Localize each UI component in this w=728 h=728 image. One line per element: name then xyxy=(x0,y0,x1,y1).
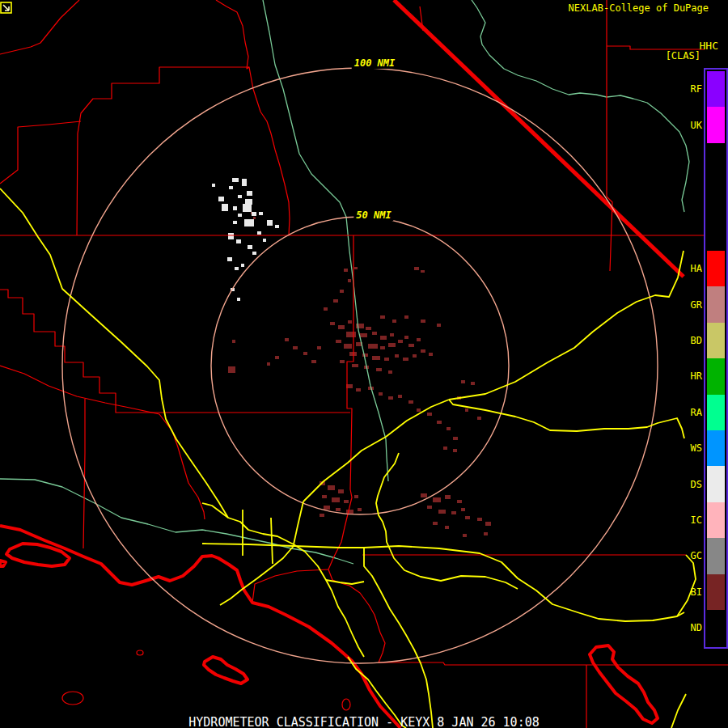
radar-echo-bi xyxy=(324,307,328,311)
colorbar-label-HA: HA xyxy=(691,263,702,274)
radar-echo-ds xyxy=(238,195,242,198)
radar-echo-bi xyxy=(447,427,451,430)
radar-echo-bi xyxy=(445,526,449,529)
radar-echo-ds xyxy=(227,257,232,261)
radar-echo-bi xyxy=(465,408,468,412)
map-line xyxy=(379,662,728,665)
radar-echo-bi xyxy=(330,322,335,325)
county-lines xyxy=(0,0,728,728)
ring-label-50nmi: 50 NMI xyxy=(353,210,393,221)
radar-echo-bi xyxy=(356,324,364,328)
radar-echo-bi xyxy=(338,489,344,493)
radar-echo-ds xyxy=(236,239,241,243)
colorbar-segment-HA xyxy=(707,251,725,287)
radar-echo-bi xyxy=(317,346,321,349)
radar-echo-bi xyxy=(443,447,447,450)
radar-echo-bi xyxy=(348,279,351,282)
radar-echo-bi xyxy=(358,508,362,511)
legend-title: HHC xyxy=(700,40,718,52)
radar-echo-bi xyxy=(356,388,361,392)
radar-echo-bi xyxy=(390,333,394,336)
page-title: NEXLAB-College of DuPage xyxy=(569,2,709,14)
radar-echo-bi xyxy=(376,368,382,371)
radar-screen: NEXLAB-College of DuPage HHC [CLAS] RFUK… xyxy=(0,0,728,728)
colorbar-label-BD: BD xyxy=(691,335,702,346)
map-line xyxy=(0,188,228,518)
radar-echo-bi xyxy=(477,518,482,521)
radar-echo-bi xyxy=(328,485,335,490)
echo-layer-dry-snow xyxy=(212,178,279,301)
radar-echo-bi xyxy=(379,392,383,396)
radar-echo-bi xyxy=(453,437,458,440)
radar-echo-ds xyxy=(248,245,252,249)
radar-echo-ds xyxy=(235,267,239,270)
radar-echo-bi xyxy=(336,340,341,343)
radar-echo-bi xyxy=(380,336,387,340)
radar-echo-bi xyxy=(293,346,298,349)
map-line xyxy=(0,479,353,564)
colorbar-label-BI: BI xyxy=(691,586,702,598)
radar-echo-bi xyxy=(413,354,417,358)
colorbar-segment-RF xyxy=(707,71,725,108)
colorbar-segment-blank xyxy=(707,143,725,180)
radar-echo-bi xyxy=(344,344,352,349)
colorbar-segment-UK xyxy=(707,107,725,143)
radar-echo-bi xyxy=(392,320,396,323)
radar-echo-bi xyxy=(438,510,446,514)
colorbar-segment-RA xyxy=(707,395,725,431)
radar-echo-bi xyxy=(408,344,414,347)
radar-echo-bi xyxy=(372,356,380,360)
radar-map xyxy=(0,0,728,728)
radar-echo-bi xyxy=(354,267,358,269)
radar-echo-ds xyxy=(228,233,234,239)
radar-echo-ds xyxy=(237,298,240,301)
map-line xyxy=(271,518,273,564)
radar-echo-bi xyxy=(398,340,403,343)
radar-echo-bi xyxy=(275,356,279,359)
radar-echo-ds xyxy=(245,199,252,205)
radar-echo-bi xyxy=(344,500,349,503)
colorbar-label-HR: HR xyxy=(691,370,702,382)
radar-echo-bi xyxy=(366,327,371,330)
radar-echo-bi xyxy=(433,522,438,525)
radar-echo-ds xyxy=(233,221,237,224)
colorbar-segment-BI xyxy=(707,574,725,611)
radar-echo-bi xyxy=(453,449,457,452)
radar-echo-ds xyxy=(247,191,252,196)
colorbar-label-ND: ND xyxy=(691,622,702,633)
map-line xyxy=(0,121,81,184)
radar-echo-bi xyxy=(232,340,235,343)
radar-echo-ds xyxy=(267,220,273,226)
radar-echo-bi xyxy=(437,421,442,424)
radar-echo-ds xyxy=(218,197,224,201)
colorbar-segment-HR xyxy=(707,358,725,395)
map-line xyxy=(376,453,518,589)
radar-echo-bi xyxy=(303,352,307,355)
map-line xyxy=(449,400,684,438)
radar-echo-bi xyxy=(437,324,441,327)
colorbar-segment-blank xyxy=(707,179,725,215)
colorbar-label-WS: WS xyxy=(691,442,702,454)
radar-echo-bi xyxy=(461,380,465,383)
radar-echo-bi xyxy=(346,332,356,337)
colorbar-label-GR: GR xyxy=(691,299,702,311)
radar-echo-bi xyxy=(398,395,402,398)
radar-echo-bi xyxy=(228,366,235,373)
colorbar-label-GC: GC xyxy=(691,550,702,561)
radar-echo-bi xyxy=(427,506,432,509)
radar-echo-bi xyxy=(332,497,340,502)
radar-echo-bi xyxy=(362,353,368,357)
radar-echo-bi xyxy=(417,408,421,412)
radar-echo-bi xyxy=(417,338,421,341)
legend-subtitle: [CLAS] xyxy=(666,50,700,61)
map-line xyxy=(326,580,364,584)
map-line xyxy=(364,548,433,728)
colorbar-segment-GC xyxy=(707,538,725,574)
radar-echo-ds xyxy=(257,231,261,235)
range-ring xyxy=(62,68,658,663)
colorbar-label-UK: UK xyxy=(691,120,702,131)
radar-echo-bi xyxy=(344,269,348,272)
river-lines xyxy=(0,0,689,564)
echo-layer-biological xyxy=(228,212,491,537)
radar-echo-bi xyxy=(451,511,456,514)
